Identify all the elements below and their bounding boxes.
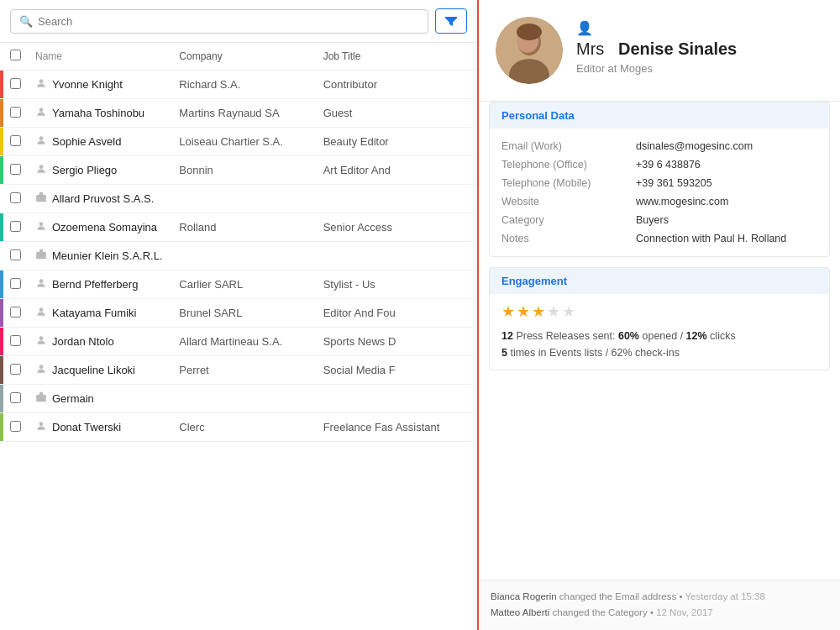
svg-rect-17 — [496, 17, 563, 84]
log-entry: Bianca Rogerin changed the Email address… — [491, 589, 828, 606]
select-all-checkbox[interactable] — [10, 50, 21, 60]
row-job-cell: Contributor — [323, 78, 467, 91]
table-row[interactable]: Donat TwerskiClercFreelance Fas Assistan… — [0, 413, 477, 442]
row-color-bar — [0, 270, 3, 298]
svg-point-21 — [517, 24, 542, 40]
personal-data-row: Websitewww.mogesinc.com — [501, 192, 817, 211]
svg-point-2 — [39, 136, 44, 140]
row-color-bar — [0, 128, 3, 155]
table-row[interactable]: Sergio PliegoBonninArt Editor And — [0, 156, 477, 185]
contact-type-icon: 👤 — [576, 20, 737, 36]
table-row[interactable]: Germain — [0, 385, 477, 413]
row-company-cell: Richard S.A. — [179, 78, 323, 91]
row-checkbox[interactable] — [10, 249, 21, 260]
row-company-cell: Clerc — [179, 421, 323, 433]
log-time: Yesterday at 15:38 — [685, 591, 764, 601]
row-name-cell: Katayama Fumiki — [35, 306, 179, 320]
search-bar: 🔍 — [0, 0, 477, 43]
person-icon — [35, 77, 47, 92]
table-row[interactable]: Allard Pruvost S.A.S. — [0, 185, 477, 213]
engagement-line1: 12 Press Releases sent: 60% opened / 12%… — [501, 328, 817, 344]
engagement-header: Engagement — [490, 268, 829, 294]
row-job-cell: Beauty Editor — [323, 135, 467, 148]
row-name-text: Jacqueline Likoki — [52, 364, 135, 376]
field-value: Buyers — [636, 214, 669, 226]
row-name-cell: Allard Pruvost S.A.S. — [35, 192, 179, 206]
row-job-cell: Editor And Fou — [323, 307, 467, 319]
table-row[interactable]: Jacqueline LikokiPerretSocial Media F — [0, 356, 477, 385]
row-job-cell: Art Editor And — [323, 164, 467, 176]
log-actor: Bianca Rogerin — [491, 591, 557, 601]
row-checkbox[interactable] — [10, 192, 21, 203]
row-checkbox[interactable] — [10, 278, 21, 289]
svg-point-18 — [517, 29, 541, 55]
star-filled[interactable]: ★ — [501, 302, 515, 321]
row-checkbox[interactable] — [10, 335, 21, 346]
personal-data-row: NotesConnection with Paul H. Rolland — [501, 229, 817, 248]
table-row[interactable]: Jordan NtoloAllard Martineau S.A.Sports … — [0, 328, 477, 356]
svg-point-15 — [39, 422, 44, 426]
row-checkbox[interactable] — [10, 221, 21, 232]
engagement-line2: 5 times in Events lists / 62% check-ins — [501, 344, 817, 361]
contact-subtitle: Editor at Moges — [576, 62, 737, 75]
table-row[interactable]: Ozoemena SomayinaRollandSenior Access — [0, 213, 477, 242]
row-name-text: Bernd Pfefferberg — [52, 278, 138, 291]
field-value: +39 6 438876 — [636, 159, 701, 171]
row-checkbox[interactable] — [10, 307, 21, 318]
row-color-bar — [0, 99, 3, 127]
row-name-cell: Ozoemena Somayina — [35, 220, 179, 234]
row-color-bar — [0, 413, 3, 441]
press-releases-count: 12 — [501, 330, 513, 342]
contacts-table-body: Yvonne KnightRichard S.A.ContributorYama… — [0, 71, 477, 630]
row-color-bar — [0, 185, 3, 213]
row-checkbox[interactable] — [10, 164, 21, 175]
star-empty[interactable]: ★ — [562, 302, 575, 321]
row-company-cell: Bonnin — [179, 164, 323, 176]
contact-salutation: Mrs — [576, 39, 604, 58]
search-input-wrap[interactable]: 🔍 — [10, 9, 428, 34]
contacts-list-panel: 🔍 Name Company Job Title Yvonne KnightRi… — [0, 0, 479, 630]
table-row[interactable]: Katayama FumikiBrunel SARLEditor And Fou — [0, 299, 477, 328]
row-color-bar — [0, 213, 3, 241]
company-icon — [35, 391, 47, 406]
row-company-cell: Brunel SARL — [179, 307, 323, 319]
search-icon: 🔍 — [19, 15, 33, 28]
table-row[interactable]: Meunier Klein S.A.R.L. — [0, 242, 477, 270]
clicks-pct: 12% — [686, 330, 707, 342]
svg-point-11 — [39, 336, 44, 340]
svg-point-20 — [517, 28, 538, 53]
row-checkbox[interactable] — [10, 364, 21, 375]
star-rating: ★★★★★ — [501, 302, 817, 321]
table-row[interactable]: Yvonne KnightRichard S.A.Contributor — [0, 71, 477, 99]
search-input[interactable] — [38, 15, 419, 28]
field-label: Email (Work) — [501, 140, 636, 152]
row-checkbox[interactable] — [10, 392, 21, 403]
row-name-cell: Germain — [35, 391, 179, 406]
row-name-cell: Jacqueline Likoki — [35, 363, 179, 377]
table-row[interactable]: Bernd PfefferbergCarlier SARLStylist - U… — [0, 270, 477, 299]
field-label: Telephone (Mobile) — [501, 177, 636, 189]
row-name-text: Donat Twerski — [52, 421, 121, 433]
row-job-cell: Senior Access — [323, 221, 467, 234]
star-filled[interactable]: ★ — [517, 302, 530, 321]
log-action: changed the Email address • — [559, 591, 685, 601]
table-row[interactable]: Sophie AsveldLoiseau Chartier S.A.Beauty… — [0, 128, 477, 156]
row-checkbox[interactable] — [10, 421, 21, 432]
personal-data-header: Personal Data — [490, 102, 829, 129]
avatar — [496, 17, 563, 84]
star-filled[interactable]: ★ — [532, 302, 545, 321]
row-checkbox[interactable] — [10, 78, 21, 89]
row-checkbox[interactable] — [10, 135, 21, 146]
row-color-bar — [0, 71, 3, 98]
filter-icon — [444, 14, 458, 28]
row-name-cell: Bernd Pfefferberg — [35, 277, 179, 291]
row-checkbox[interactable] — [10, 107, 21, 118]
row-company-cell: Martins Raynaud SA — [179, 107, 323, 119]
filter-button[interactable] — [435, 8, 467, 34]
svg-point-16 — [496, 17, 563, 84]
field-value: www.mogesinc.com — [636, 196, 728, 207]
row-color-bar — [0, 242, 3, 270]
star-empty[interactable]: ★ — [547, 302, 560, 321]
table-row[interactable]: Yamaha ToshinobuMartins Raynaud SAGuest — [0, 99, 477, 128]
header-check[interactable] — [10, 50, 35, 63]
